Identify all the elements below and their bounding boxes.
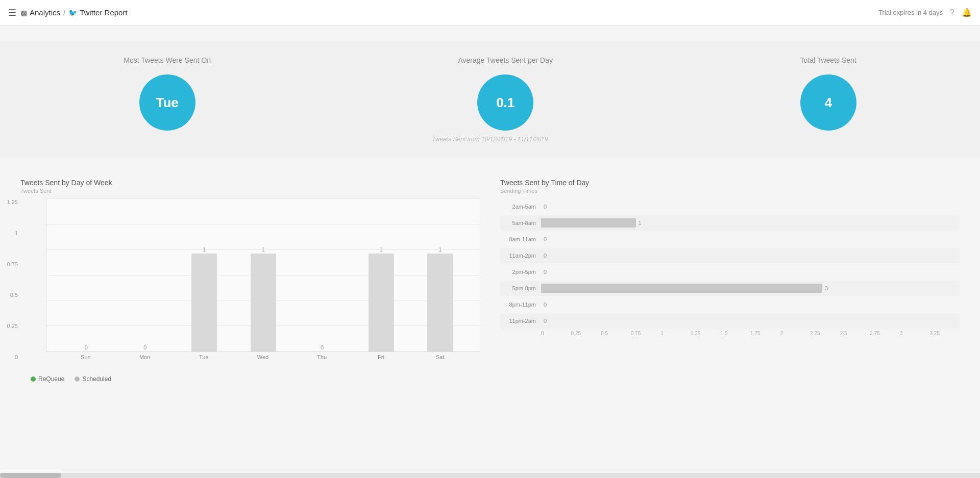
bell-icon[interactable]: 🔔	[962, 8, 972, 17]
x-label-tue: Tue	[174, 354, 233, 360]
y-axis: 0 0.25 0.5 0.75 1 1.25	[0, 199, 18, 360]
y-label-0: 0	[0, 354, 18, 360]
most-tweets-label: Most Tweets Were Sent On	[124, 56, 211, 64]
h-row-label-0: 2am-5am	[500, 204, 541, 210]
h-x-tick-6: 1.5	[720, 331, 750, 336]
avg-tweets-card: Average Tweets Sent per Day 0.1	[458, 56, 552, 131]
x-label-fri: Fri	[352, 354, 411, 360]
h-bar-val-0: 0	[544, 204, 547, 210]
bar-chart-title: Tweets Sent by Day of Week	[20, 179, 480, 187]
breadcrumb-analytics[interactable]: ▩ Analytics	[20, 8, 60, 17]
scrollbar[interactable]	[0, 473, 980, 478]
y-label-075: 0.75	[0, 261, 18, 267]
h-x-tick-11: 2.75	[870, 331, 900, 336]
legend-scheduled: Scheduled	[75, 375, 111, 383]
legend-scheduled-label: Scheduled	[82, 375, 111, 383]
summary-section: Most Tweets Were Sent On Tue Average Twe…	[0, 41, 980, 158]
most-tweets-value: Tue	[139, 74, 195, 131]
bar-value-wed: 1	[261, 246, 264, 253]
bar-value-sat: 1	[438, 246, 442, 253]
h-x-tick-10: 2.5	[840, 331, 870, 336]
h-x-axis: 00.250.50.7511.251.51.7522.252.52.7533.2…	[541, 331, 960, 336]
h-x-tick-12: 3	[900, 331, 930, 336]
total-tweets-card: Total Tweets Sent 4	[800, 56, 856, 131]
h-bar-row-8am-11am: 8am-11am0	[500, 232, 960, 247]
charts-row: Tweets Sent by Day of Week Tweets Sent 0…	[20, 179, 960, 383]
breadcrumb-twitter: 🐦 Twitter Report	[68, 8, 127, 17]
h-x-tick-5: 1.25	[691, 331, 721, 336]
bar-group-wed: 1	[234, 204, 293, 351]
bar-chart-section: Tweets Sent by Day of Week Tweets Sent 0…	[20, 179, 480, 383]
avg-tweets-label: Average Tweets Sent per Day	[458, 56, 552, 64]
x-label-sat: Sat	[410, 354, 470, 360]
h-x-tick-2: 0.5	[601, 331, 631, 336]
chart-legend: ReQueue Scheduled	[20, 375, 480, 383]
h-bar-row-5am-8am: 5am-8am1	[500, 215, 960, 231]
h-bar-row-5pm-8pm: 5pm-8pm3	[500, 281, 960, 296]
h-x-tick-8: 2	[780, 331, 811, 336]
scrollbar-thumb[interactable]	[0, 473, 61, 478]
h-x-tick-4: 1	[660, 331, 691, 336]
h-bar-area-2: 0	[541, 232, 960, 247]
help-icon[interactable]: ?	[950, 8, 954, 17]
h-x-tick-9: 2.25	[810, 331, 840, 336]
hamburger-icon[interactable]: ☰	[8, 7, 16, 18]
y-label-1: 1	[0, 230, 18, 236]
h-bar-area-4: 0	[541, 264, 960, 280]
bar-group-tue: 1	[175, 204, 234, 351]
twitter-icon: 🐦	[68, 9, 77, 17]
bar-group-thu: 0	[292, 204, 352, 351]
x-label-wed: Wed	[233, 354, 292, 360]
h-bar-val-2: 0	[544, 236, 547, 242]
h-bar-row-11am-2pm: 11am-2pm0	[500, 248, 960, 263]
h-bar-area-0: 0	[541, 199, 960, 214]
charts-area: Tweets Sent by Day of Week Tweets Sent 0…	[0, 168, 980, 403]
h-x-tick-0: 0	[541, 331, 571, 336]
most-tweets-card: Most Tweets Were Sent On Tue	[124, 56, 211, 131]
bar-chart-container: 0011011	[46, 199, 480, 352]
bar-fill-tue	[191, 254, 217, 351]
bar-fill-fri	[369, 254, 394, 351]
y-label-125: 1.25	[0, 199, 18, 205]
h-x-tick-7: 1.75	[750, 331, 780, 336]
h-row-label-5: 5pm-8pm	[500, 285, 541, 291]
header-right: Trial expires in 4 days ? 🔔	[878, 8, 972, 17]
total-tweets-value: 4	[800, 74, 856, 131]
header: ☰ ▩ Analytics / 🐦 Twitter Report Trial e…	[0, 0, 980, 26]
h-row-label-6: 8pm-11pm	[500, 301, 541, 308]
bar-group-sun: 0	[57, 204, 116, 351]
h-chart-title: Tweets Sent by Time of Day	[500, 179, 960, 187]
h-bar-val-7: 0	[544, 318, 547, 324]
h-row-label-4: 2pm-5pm	[500, 269, 541, 275]
bar-chart-subtitle: Tweets Sent	[20, 188, 480, 194]
bar-value-tue: 1	[203, 246, 206, 253]
h-x-tick-3: 0.75	[631, 331, 661, 336]
total-tweets-label: Total Tweets Sent	[800, 56, 856, 64]
y-label-025: 0.25	[0, 323, 18, 329]
h-chart-section: Tweets Sent by Time of Day Sending Times…	[500, 179, 960, 383]
h-bar-val-6: 0	[544, 301, 547, 308]
h-bar-row-2am-5am: 2am-5am0	[500, 199, 960, 214]
h-bar-area-6: 0	[541, 297, 960, 312]
breadcrumb: ▩ Analytics / 🐦 Twitter Report	[20, 8, 128, 17]
legend-requeue-label: ReQueue	[38, 375, 64, 383]
h-row-label-1: 5am-8am	[500, 220, 541, 226]
h-chart-container: 2am-5am05am-8am18am-11am011am-2pm02pm-5p…	[500, 199, 960, 329]
bar-chart-icon: ▩	[20, 9, 27, 17]
bar-fill-sat	[427, 254, 453, 351]
twitter-report-label: Twitter Report	[80, 8, 127, 17]
bar-group-mon: 0	[116, 204, 175, 351]
h-bar-area-1: 1	[541, 215, 960, 231]
h-bar-val-5: 3	[825, 285, 828, 291]
bar-value-sun: 0	[85, 344, 88, 350]
h-row-label-3: 11am-2pm	[500, 253, 541, 259]
h-row-label-2: 8am-11am	[500, 236, 541, 242]
avg-tweets-value: 0.1	[477, 74, 533, 131]
legend-requeue: ReQueue	[31, 375, 64, 383]
legend-dot-scheduled	[75, 376, 80, 382]
bars-wrapper: 0011011	[46, 199, 480, 351]
h-bar-area-5: 3	[541, 281, 960, 296]
bar-group-fri: 1	[352, 204, 411, 351]
date-range-note: Tweets Sent from 10/12/2019 - 11/11/2019	[0, 136, 980, 148]
x-label-thu: Thu	[292, 354, 352, 360]
